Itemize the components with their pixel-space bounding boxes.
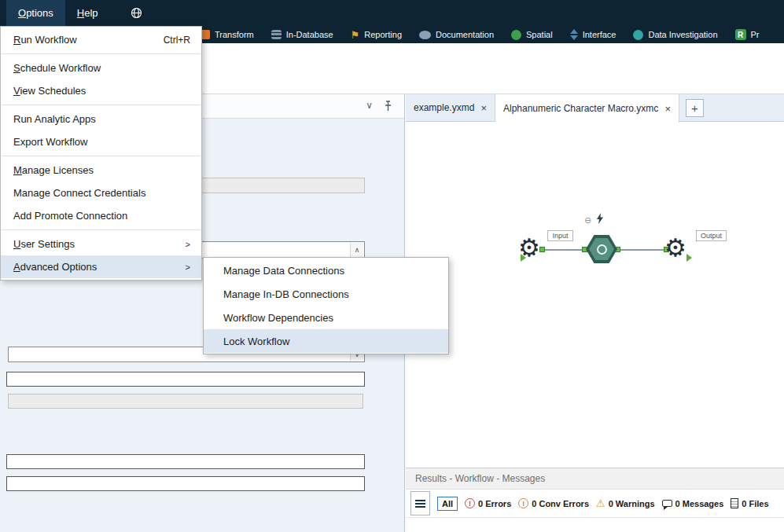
toolbar-category-interface[interactable]: Interface	[570, 29, 617, 40]
tab-alphanumeric-character-macro[interactable]: Alphanumeric Character Macro.yxmc ×	[495, 94, 679, 123]
menu-item-advanced-options[interactable]: Advanced Options >	[1, 255, 201, 278]
options-menu: Run Workflow Ctrl+R Schedule Workflow Vi…	[0, 26, 202, 281]
close-icon[interactable]: ×	[664, 103, 671, 115]
warning-icon: ⚠	[596, 498, 605, 508]
workflow-canvas[interactable]: example.yxmd × Alphanumeric Character Ma…	[406, 94, 784, 468]
connection-wire	[618, 249, 665, 251]
filter-messages[interactable]: 0 Messages	[662, 499, 724, 508]
submenu-item-manage-indb-connections[interactable]: Manage In-DB Connections	[204, 282, 448, 306]
menu-item-manage-connect-credentials[interactable]: Manage Connect Credentials	[1, 182, 201, 204]
menu-item-run-analytic-apps[interactable]: Run Analytic Apps	[1, 108, 201, 130]
alteryx-designer-window: Options Help Transform In-Database ⚑	[0, 0, 784, 532]
menu-options-label: Options	[18, 7, 53, 19]
toolbar-category-predictive[interactable]: R Pr	[735, 29, 760, 40]
menu-item-user-settings[interactable]: User Settings >	[1, 233, 201, 255]
interface-icon	[570, 29, 578, 40]
macro-tool[interactable]	[586, 235, 617, 263]
submenu-item-workflow-dependencies[interactable]: Workflow Dependencies	[204, 306, 448, 329]
menu-options[interactable]: Options	[6, 0, 65, 26]
message-bubble-icon	[662, 500, 672, 507]
menubar: Options Help	[0, 0, 784, 26]
in-database-icon	[271, 30, 282, 39]
spatial-icon	[511, 30, 521, 40]
macro-hexagon-icon	[589, 238, 614, 260]
document-tabbar: example.yxmd × Alphanumeric Character Ma…	[406, 94, 784, 122]
advanced-options-submenu: Manage Data Connections Manage In-DB Con…	[203, 257, 449, 354]
menu-separator	[2, 229, 201, 230]
layout-toggle-button[interactable]	[410, 491, 430, 515]
tab-example-yxmd[interactable]: example.yxmd ×	[406, 94, 495, 121]
toolbar-category-documentation[interactable]: Documentation	[419, 30, 494, 39]
toolbar-category-in-database[interactable]: In-Database	[271, 30, 333, 39]
reporting-icon: ⚑	[351, 30, 360, 40]
submenu-item-manage-data-connections[interactable]: Manage Data Connections	[204, 259, 448, 282]
language-globe-button[interactable]	[121, 0, 152, 26]
error-icon: !	[465, 498, 475, 508]
toolbar-category-reporting[interactable]: ⚑ Reporting	[351, 30, 402, 40]
menu-separator	[2, 53, 201, 54]
new-tab-button[interactable]: +	[686, 99, 704, 117]
conv-error-icon: !	[518, 498, 528, 508]
file-icon	[731, 498, 738, 508]
macro-input-arrow-icon	[521, 254, 526, 262]
menu-item-run-workflow[interactable]: Run Workflow Ctrl+R	[1, 28, 201, 51]
results-toolbar: All ! 0 Errors ! 0 Conv Errors ⚠ 0 Warni…	[406, 490, 784, 518]
results-header[interactable]: Results - Workflow - Messages	[406, 468, 784, 490]
filter-all-button[interactable]: All	[437, 497, 458, 511]
results-title: Results - Workflow - Messages	[415, 473, 545, 484]
macro-output-arrow-icon	[686, 254, 692, 262]
macro-output-tool[interactable]: ⚙	[664, 236, 686, 260]
toolbar-category-spatial[interactable]: Spatial	[511, 30, 553, 40]
menu-help[interactable]: Help	[65, 0, 110, 26]
config-field-4[interactable]	[6, 372, 365, 387]
submenu-arrow-icon: >	[186, 240, 190, 249]
circle-minus-icon: ⊖	[584, 216, 591, 225]
output-anchor	[539, 247, 545, 252]
filter-warnings[interactable]: ⚠ 0 Warnings	[596, 498, 655, 508]
menu-item-export-workflow[interactable]: Export Workflow	[1, 130, 201, 153]
plus-icon: +	[691, 101, 698, 115]
predictive-icon: R	[735, 29, 746, 40]
chevron-down-icon[interactable]: ∨	[366, 100, 373, 111]
menu-item-manage-licenses[interactable]: Manage Licenses	[1, 159, 201, 182]
stack-icon	[415, 500, 425, 501]
menu-separator	[2, 105, 201, 105]
submenu-item-lock-workflow[interactable]: Lock Workflow	[204, 329, 448, 353]
menu-separator	[2, 156, 201, 156]
config-field-7[interactable]	[6, 476, 365, 491]
config-field-5[interactable]	[8, 394, 363, 409]
menu-item-schedule-workflow[interactable]: Schedule Workflow	[1, 57, 201, 79]
filter-conv-errors[interactable]: ! 0 Conv Errors	[518, 498, 589, 508]
input-annotation[interactable]: Input	[547, 230, 573, 241]
shortcut-label: Ctrl+R	[164, 35, 190, 46]
data-investigation-icon	[633, 30, 643, 40]
filter-files[interactable]: 0 Files	[731, 498, 768, 508]
menu-item-view-schedules[interactable]: View Schedules	[1, 79, 201, 102]
lightning-bolt-icon	[596, 213, 604, 227]
toolbar-category-transform[interactable]: Transform	[201, 30, 254, 39]
connection-wire	[544, 249, 587, 251]
spinner-up-icon[interactable]: ∧	[350, 243, 363, 257]
output-annotation[interactable]: Output	[696, 230, 727, 241]
menu-help-label: Help	[77, 7, 98, 19]
menu-item-add-promote-connection[interactable]: Add Promote Connection	[1, 204, 201, 227]
close-icon[interactable]: ×	[480, 102, 487, 114]
config-field-6[interactable]	[6, 454, 365, 469]
globe-icon	[131, 7, 142, 19]
pin-icon[interactable]	[383, 101, 393, 115]
toolbar-category-data-investigation[interactable]: Data Investigation	[633, 30, 717, 40]
macro-ring-icon	[597, 244, 607, 255]
results-panel: Results - Workflow - Messages All ! 0 Er…	[406, 468, 784, 532]
filter-errors[interactable]: ! 0 Errors	[465, 498, 511, 508]
submenu-arrow-icon: >	[186, 262, 190, 272]
documentation-icon	[419, 31, 431, 39]
